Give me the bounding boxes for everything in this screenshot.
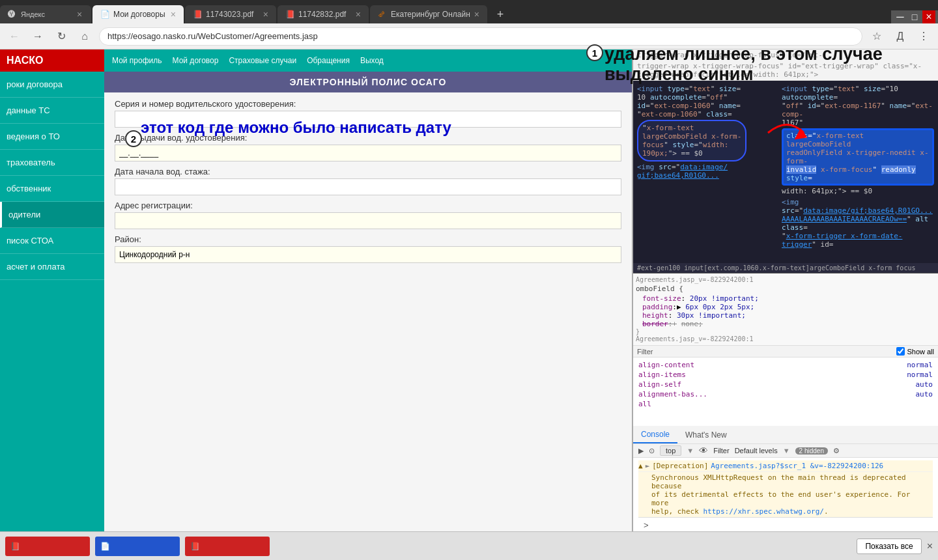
devtools-source-link[interactable]: trigger-wrap x-trigger-wrap-focus" id="e… — [637, 51, 823, 59]
css-source-2[interactable]: } — [636, 328, 935, 335]
css-source-3[interactable]: Agreements.jasp_v=-822924200:1 — [636, 335, 935, 343]
styles-filter-input[interactable] — [657, 348, 892, 356]
form-content: Серия и номер водительского удостоверени… — [104, 92, 632, 531]
whats-new-tab[interactable]: What's New — [677, 426, 735, 443]
css-prop-border: border:+ none; — [636, 320, 935, 328]
sidebar-item-insurer[interactable]: трахователь — [0, 150, 104, 176]
form-input-0[interactable] — [115, 111, 621, 128]
console-tabs: Console What's New — [633, 426, 938, 444]
console-input[interactable] — [653, 521, 928, 529]
console-warning-text: [Deprecation] — [652, 462, 708, 470]
css-props-list: align-content normal align-items normal … — [633, 357, 938, 426]
taskbar-close-button[interactable]: × — [927, 540, 933, 552]
taskbar-item-2[interactable]: 📄 — [95, 537, 180, 556]
form-input-3[interactable]: Свердловская обл — [115, 212, 621, 229]
console-deprecation-warning: ▲ ► [Deprecation] Agreements.jasp?$scr_1… — [638, 460, 933, 472]
form-label-3: Адрес регистрации: — [115, 201, 621, 210]
inspector-selector[interactable]: #ext-gen100 — [637, 264, 680, 272]
form-label-0: Серия и номер водительского удостоверени… — [115, 99, 621, 109]
sidebar-item-to[interactable]: ведения о ТО — [0, 124, 104, 150]
code-line: 10 autocomplete="off" — [637, 93, 771, 102]
taskbar-item-1[interactable]: 📕 — [5, 537, 90, 556]
window-maximize[interactable]: □ — [908, 10, 921, 23]
settings-icon[interactable]: ⚙ — [833, 447, 840, 455]
styles-filter-row: Filter Show all — [633, 346, 938, 357]
show-all-checkbox[interactable] — [896, 347, 905, 356]
code-block-left: <input type="text" size= 10 autocomplete… — [637, 85, 771, 180]
window-minimize[interactable]: ─ — [894, 10, 907, 23]
form-input-4[interactable] — [115, 246, 621, 263]
refresh-button[interactable]: ↻ — [52, 27, 70, 46]
show-all-label[interactable]: Show all — [896, 347, 934, 356]
sidebar-item-stoa[interactable]: писок СТОА — [0, 228, 104, 254]
default-levels-text[interactable]: Default levels — [735, 447, 778, 455]
xhr-spec-link[interactable]: https://xhr.spec.whatwg.org/ — [703, 507, 823, 516]
home-button[interactable]: ⌂ — [76, 27, 94, 46]
code-img-r: <img src="data:image/gif;base64,R01GO... — [782, 198, 934, 215]
tab-title-yandex: Яндекс — [21, 10, 73, 18]
address-input[interactable] — [99, 27, 862, 46]
tab-close-contracts[interactable]: × — [171, 9, 176, 20]
new-tab-button[interactable]: + — [491, 5, 509, 23]
nav-contract[interactable]: Мой договор — [173, 56, 219, 65]
css-prop-row-4: all — [638, 399, 933, 409]
prompt-caret: > — [644, 520, 649, 530]
tab-my-contracts[interactable]: 📄 Мои договоры × — [92, 5, 184, 23]
bookmark-button[interactable]: ☆ — [868, 27, 886, 46]
nav-profile[interactable]: Мой профиль — [112, 56, 162, 65]
window-close[interactable]: × — [922, 10, 935, 23]
menu-button[interactable]: ⋮ — [915, 27, 933, 46]
forward-button[interactable]: → — [29, 27, 47, 46]
tab-close-ekb[interactable]: × — [474, 9, 479, 20]
sidebar-item-drivers[interactable]: одители — [0, 202, 104, 228]
css-source-1[interactable]: Agreements.jasp_v=-822924200:1 — [636, 276, 935, 283]
top-selector[interactable]: top — [660, 445, 681, 456]
sidebar-item-vehicle[interactable]: данные ТС — [0, 98, 104, 124]
console-expand-icon[interactable]: ► — [646, 462, 650, 470]
code-line: "ext-comp-1060" class= — [637, 110, 771, 119]
tab-pdf2[interactable]: 📕 11742832.pdf × — [277, 5, 369, 23]
filter-label: Filter — [637, 348, 653, 356]
taskbar-icon-2: 📄 — [100, 542, 110, 551]
console-prompt: > — [638, 517, 933, 531]
nav-insurance-cases[interactable]: Страховые случаи — [229, 56, 296, 65]
form-input-1[interactable] — [115, 145, 621, 161]
css-prop-val-1: 20px !important; — [690, 294, 759, 303]
css-align-items-val: normal — [907, 371, 933, 379]
sidebar-item-payment[interactable]: асчет и оплата — [0, 254, 104, 280]
tab-title-ekb: Екатеринбург Онлайн — [391, 10, 470, 19]
css-align-self-val: auto — [916, 380, 933, 389]
tab-pdf1[interactable]: 📕 11743023.pdf × — [185, 5, 276, 23]
address-bar: ← → ↻ ⌂ ☆ Д ⋮ — [0, 23, 938, 49]
tab-bar: 🅨 Яндекс × 📄 Мои договоры × 📕 11743023.p… — [0, 0, 938, 23]
circle-icon: ⊙ — [649, 447, 655, 455]
back-button[interactable]: ← — [5, 27, 23, 46]
tab-close-pdf2[interactable]: × — [356, 9, 361, 20]
tab-ekb[interactable]: 🗞 Екатеринбург Онлайн × — [370, 5, 487, 23]
dropdown-arrow-icon[interactable]: ▼ — [687, 447, 694, 455]
sidebar-item-owner[interactable]: обственник — [0, 176, 104, 202]
tab-close-pdf1[interactable]: × — [263, 9, 268, 20]
tab-close-yandex[interactable]: × — [77, 9, 82, 20]
css-align-content-val: normal — [907, 361, 933, 369]
sidebar-item-terms[interactable]: роки договора — [0, 72, 104, 98]
code-line: <input type="text" size= — [637, 85, 771, 93]
console-source-link[interactable]: Agreements.jasp?$scr_1 &v=-822924200:126 — [711, 462, 883, 470]
profile-button[interactable]: Д — [891, 27, 909, 46]
inspector-selector2[interactable]: input[ext.comp.1060.x-form-text]argeComb… — [684, 264, 915, 272]
form-label-2: Дата начала вод. стажа: — [115, 167, 621, 176]
show-all-button[interactable]: Показать все — [857, 539, 921, 554]
css-prop-fontsize: font-size: 20px !important; — [636, 294, 935, 303]
nav-exit[interactable]: Выход — [360, 56, 384, 65]
form-input-2[interactable] — [115, 178, 621, 195]
taskbar-item-3[interactable]: 📕 — [185, 537, 270, 556]
levels-arrow-icon[interactable]: ▼ — [783, 447, 790, 455]
code-line: id="ext-comp-1060" name= — [637, 102, 771, 110]
taskbar-icon-1: 📕 — [10, 542, 20, 551]
tab-yandex[interactable]: 🅨 Яндекс × — [0, 5, 91, 23]
css-align-self-name: align-self — [638, 380, 681, 389]
css-prop-row-0: align-content normal — [638, 360, 933, 370]
nav-appeals[interactable]: Обращения — [307, 56, 350, 65]
console-tab[interactable]: Console — [633, 426, 677, 443]
eye-icon[interactable]: 👁 — [699, 445, 708, 456]
